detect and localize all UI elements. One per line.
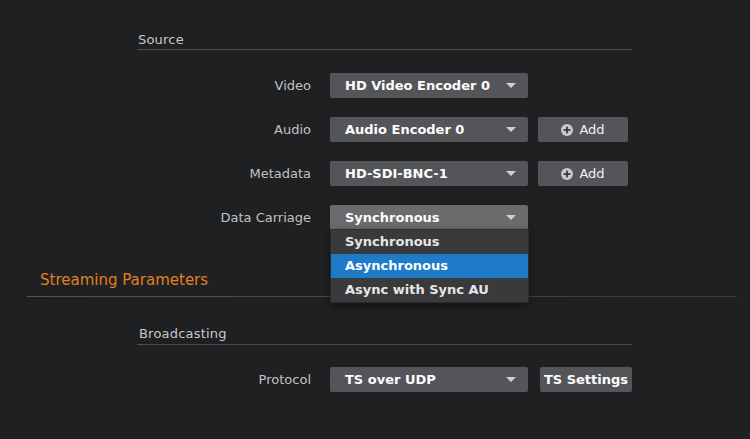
audio-label: Audio [120, 117, 311, 142]
video-label: Video [120, 73, 311, 98]
data-carriage-select-value: Synchronous [330, 205, 528, 230]
protocol-select[interactable]: TS over UDP [330, 367, 528, 392]
streaming-parameters-title: Streaming Parameters [40, 271, 208, 289]
data-carriage-dropdown-menu: Synchronous Asynchronous Async with Sync… [330, 229, 529, 303]
data-carriage-select[interactable]: Synchronous [330, 205, 528, 230]
chevron-down-icon [506, 171, 516, 176]
metadata-select-value: HD-SDI-BNC-1 [330, 161, 528, 186]
audio-select-value: Audio Encoder 0 [330, 117, 528, 142]
video-select[interactable]: HD Video Encoder 0 [330, 73, 528, 98]
chevron-down-icon [506, 215, 516, 220]
add-icon [561, 124, 573, 136]
dropdown-option-async-with-sync-au[interactable]: Async with Sync AU [331, 278, 528, 302]
dropdown-option-asynchronous[interactable]: Asynchronous [331, 254, 528, 278]
chevron-down-icon [506, 83, 516, 88]
broadcasting-section-divider [137, 344, 632, 345]
ts-settings-button[interactable]: TS Settings [540, 367, 632, 392]
broadcasting-section-title: Broadcasting [139, 326, 227, 341]
audio-add-button-label: Add [579, 117, 604, 142]
chevron-down-icon [506, 127, 516, 132]
dropdown-option-synchronous[interactable]: Synchronous [331, 230, 528, 254]
chevron-down-icon [506, 377, 516, 382]
metadata-add-button[interactable]: Add [538, 161, 628, 186]
metadata-label: Metadata [120, 161, 311, 186]
encoder-settings-page: { "colors": { "background": "#1f2022", "… [0, 0, 750, 439]
source-section-divider [137, 49, 632, 50]
data-carriage-label: Data Carriage [120, 205, 311, 230]
protocol-select-value: TS over UDP [330, 367, 528, 392]
audio-add-button[interactable]: Add [538, 117, 628, 142]
video-select-value: HD Video Encoder 0 [330, 73, 528, 98]
add-icon [561, 168, 573, 180]
metadata-select[interactable]: HD-SDI-BNC-1 [330, 161, 528, 186]
protocol-label: Protocol [120, 367, 311, 392]
source-section-title: Source [138, 32, 184, 47]
metadata-add-button-label: Add [579, 161, 604, 186]
ts-settings-button-label: TS Settings [544, 367, 628, 392]
audio-select[interactable]: Audio Encoder 0 [330, 117, 528, 142]
